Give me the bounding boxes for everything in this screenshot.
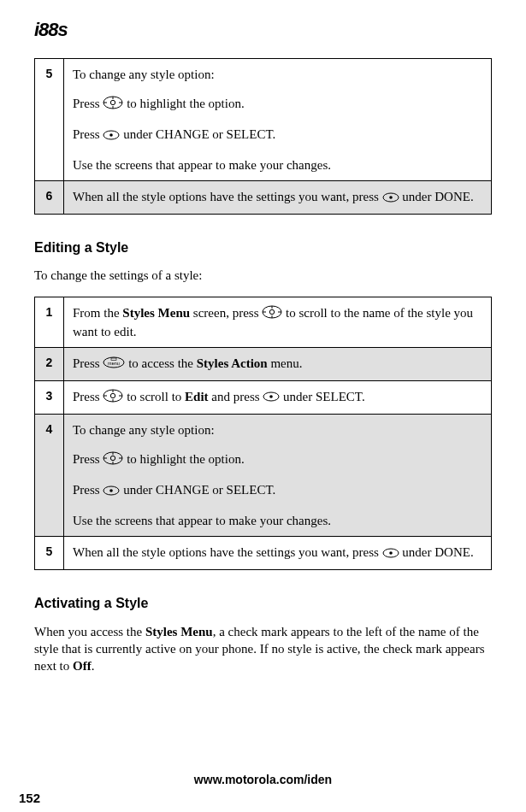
step-text: Press to highlight the option. bbox=[73, 95, 482, 114]
softkey-icon bbox=[382, 545, 399, 562]
nav-icon bbox=[103, 451, 123, 469]
step-content: Press to access the Styles Action menu. bbox=[64, 348, 492, 381]
step-text: Use the screens that appear to make your… bbox=[73, 512, 482, 529]
bold-text: Styles Menu bbox=[145, 625, 213, 638]
table-row: 5 To change any style option: Press to h… bbox=[35, 58, 492, 180]
softkey-icon bbox=[103, 483, 120, 500]
steps-table-editing: 1 From the Styles Menu screen, press to … bbox=[34, 297, 492, 570]
menu-icon bbox=[103, 356, 125, 373]
steps-table-continuation: 5 To change any style option: Press to h… bbox=[34, 58, 492, 215]
nav-icon bbox=[103, 96, 123, 114]
step-content: To change any style option: Press to hig… bbox=[64, 414, 492, 536]
step-text: Press to highlight the option. bbox=[73, 450, 482, 469]
header-logo: i88s bbox=[34, 17, 492, 43]
softkey-icon bbox=[103, 127, 120, 144]
subheading-editing: Editing a Style bbox=[34, 238, 492, 257]
table-row: 1 From the Styles Menu screen, press to … bbox=[35, 297, 492, 347]
table-row: 3 Press to scroll to Edit and press unde… bbox=[35, 380, 492, 414]
table-row: 6 When all the style options have the se… bbox=[35, 181, 492, 215]
footer-url: www.motorola.com/iden bbox=[0, 772, 526, 788]
subheading-activating: Activating a Style bbox=[34, 594, 492, 613]
bold-text: Styles Menu bbox=[122, 306, 190, 320]
step-content: When all the style options have the sett… bbox=[64, 537, 492, 570]
activating-text: When you access the Styles Menu, a check… bbox=[34, 623, 492, 675]
editing-intro: To change the settings of a style: bbox=[34, 267, 492, 284]
step-text: To change any style option: bbox=[73, 66, 482, 83]
step-number: 6 bbox=[35, 181, 64, 215]
softkey-icon bbox=[382, 190, 399, 207]
step-text: Press under CHANGE or SELECT. bbox=[73, 126, 482, 144]
bold-text: Edit bbox=[185, 390, 209, 403]
table-row: 2 Press to access the Styles Action menu… bbox=[35, 348, 492, 381]
step-number: 4 bbox=[35, 414, 64, 536]
softkey-icon bbox=[263, 389, 280, 406]
header-logo-text: i88s bbox=[34, 19, 68, 40]
step-number: 5 bbox=[35, 537, 64, 570]
step-text: Press under CHANGE or SELECT. bbox=[73, 481, 482, 500]
step-number: 5 bbox=[35, 58, 64, 180]
table-row: 5 When all the style options have the se… bbox=[35, 537, 492, 570]
nav-icon bbox=[262, 305, 282, 323]
step-number: 3 bbox=[35, 380, 64, 414]
step-text: To change any style option: bbox=[73, 421, 482, 438]
step-content: To change any style option: Press to hig… bbox=[64, 58, 492, 180]
page-number: 152 bbox=[19, 790, 40, 807]
table-row: 4 To change any style option: Press to h… bbox=[35, 414, 492, 536]
step-content: Press to scroll to Edit and press under … bbox=[64, 380, 492, 414]
step-content: From the Styles Menu screen, press to sc… bbox=[64, 297, 492, 347]
step-number: 1 bbox=[35, 297, 64, 347]
step-text: Use the screens that appear to make your… bbox=[73, 156, 482, 174]
step-number: 2 bbox=[35, 348, 64, 381]
nav-icon bbox=[103, 389, 123, 407]
bold-text: Off bbox=[73, 659, 92, 673]
step-content: When all the style options have the sett… bbox=[64, 181, 492, 215]
bold-text: Styles Action bbox=[197, 356, 268, 370]
